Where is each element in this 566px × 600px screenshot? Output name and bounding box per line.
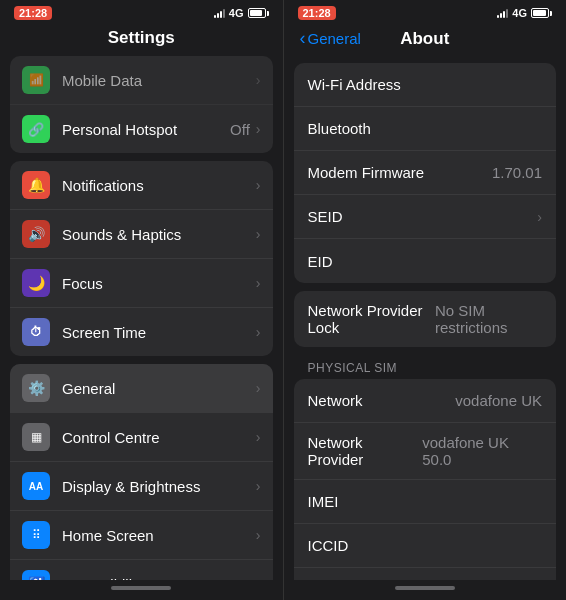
physical-sim-header: PHYSICAL SIM <box>284 355 567 379</box>
physical-sim-section: PHYSICAL SIM Network vodafone UK Network… <box>284 355 567 580</box>
screen-time-icon: ⏱ <box>22 318 50 346</box>
back-button[interactable]: ‹ General <box>300 28 361 49</box>
display-brightness-chevron: › <box>256 478 261 494</box>
status-bar-right: 21:28 4G <box>284 0 567 24</box>
personal-hotspot-value: Off <box>230 121 250 138</box>
home-screen-row[interactable]: ⠿ Home Screen › <box>10 511 273 560</box>
settings-header: Settings <box>0 24 283 56</box>
wifi-address-row[interactable]: Wi-Fi Address <box>294 63 557 107</box>
status-time-right: 21:28 <box>298 6 336 20</box>
personal-hotspot-label: Personal Hotspot <box>62 121 230 138</box>
status-bar-left: 21:28 4G <box>0 0 283 24</box>
network-provider-lock-label: Network Provider Lock <box>308 302 435 336</box>
modem-firmware-row[interactable]: Modem Firmware 1.70.01 <box>294 151 557 195</box>
control-centre-row[interactable]: ▦ Control Centre › <box>10 413 273 462</box>
status-time-left: 21:28 <box>14 6 52 20</box>
wifi-address-label: Wi-Fi Address <box>308 76 401 93</box>
seid-label: SEID <box>308 208 343 225</box>
sounds-haptics-label: Sounds & Haptics <box>62 226 256 243</box>
status-icons-left: 4G <box>214 7 269 19</box>
bluetooth-label: Bluetooth <box>308 120 371 137</box>
about-title: About <box>400 29 449 49</box>
seid-row[interactable]: SEID › <box>294 195 557 239</box>
general-chevron: › <box>256 380 261 396</box>
accessibility-row[interactable]: ♿ Accessibility › <box>10 560 273 580</box>
display-brightness-row[interactable]: AA Display & Brightness › <box>10 462 273 511</box>
focus-label: Focus <box>62 275 256 292</box>
network-type-left: 4G <box>229 7 244 19</box>
network-value: vodafone UK <box>455 392 542 409</box>
battery-icon-left <box>248 8 269 18</box>
personal-hotspot-chevron: › <box>256 121 261 137</box>
notifications-label: Notifications <box>62 177 256 194</box>
network-provider-label: Network Provider <box>308 434 423 468</box>
mobile-data-row[interactable]: 📶 Mobile Data › <box>10 56 273 105</box>
display-brightness-label: Display & Brightness <box>62 478 256 495</box>
settings-scroll[interactable]: 📶 Mobile Data › 🔗 Personal Hotspot Off ›… <box>0 56 283 580</box>
mobile-data-group: 📶 Mobile Data › 🔗 Personal Hotspot Off › <box>10 56 273 153</box>
network-label: Network <box>308 392 363 409</box>
iccid-row[interactable]: ICCID <box>294 524 557 568</box>
sounds-haptics-row[interactable]: 🔊 Sounds & Haptics › <box>10 210 273 259</box>
notifications-row[interactable]: 🔔 Notifications › <box>10 161 273 210</box>
home-screen-label: Home Screen <box>62 527 256 544</box>
general-row[interactable]: ⚙️ General › <box>10 364 273 413</box>
home-indicator-right <box>284 580 567 600</box>
right-panel: 21:28 4G ‹ General About Wi-Fi Address <box>283 0 567 600</box>
about-scroll[interactable]: Wi-Fi Address Bluetooth Modem Firmware 1… <box>284 57 567 580</box>
control-centre-chevron: › <box>256 429 261 445</box>
focus-chevron: › <box>256 275 261 291</box>
home-screen-icon: ⠿ <box>22 521 50 549</box>
seid-chevron: › <box>537 209 542 225</box>
mobile-data-label: Mobile Data <box>62 72 256 89</box>
display-brightness-icon: AA <box>22 472 50 500</box>
home-indicator-left <box>0 580 283 600</box>
battery-icon-right <box>531 8 552 18</box>
screen-time-label: Screen Time <box>62 324 256 341</box>
modem-firmware-value: 1.70.01 <box>492 164 542 181</box>
network-provider-row[interactable]: Network Provider vodafone UK 50.0 <box>294 423 557 480</box>
meid-row[interactable]: MEID <box>294 568 557 580</box>
mobile-data-chevron: › <box>256 72 261 88</box>
settings-title: Settings <box>16 28 267 48</box>
status-icons-right: 4G <box>497 7 552 19</box>
physical-sim-group: Network vodafone UK Network Provider vod… <box>294 379 557 580</box>
network-provider-lock-value: No SIM restrictions <box>435 302 542 336</box>
iccid-label: ICCID <box>308 537 349 554</box>
personal-hotspot-icon: 🔗 <box>22 115 50 143</box>
mobile-data-icon: 📶 <box>22 66 50 94</box>
screen-time-row[interactable]: ⏱ Screen Time › <box>10 308 273 356</box>
bluetooth-row[interactable]: Bluetooth <box>294 107 557 151</box>
about-header: ‹ General About <box>284 24 567 57</box>
network-provider-value: vodafone UK 50.0 <box>422 434 542 468</box>
eid-label: EID <box>308 253 333 270</box>
general-group: ⚙️ General › ▦ Control Centre › AA Displ… <box>10 364 273 580</box>
eid-row[interactable]: EID <box>294 239 557 283</box>
network-provider-lock-row[interactable]: Network Provider Lock No SIM restriction… <box>294 291 557 347</box>
network-type-right: 4G <box>512 7 527 19</box>
left-panel: 21:28 4G Settings 📶 Mobile Data › <box>0 0 283 600</box>
network-row[interactable]: Network vodafone UK <box>294 379 557 423</box>
control-centre-label: Control Centre <box>62 429 256 446</box>
signal-icon <box>214 8 225 18</box>
sounds-haptics-chevron: › <box>256 226 261 242</box>
focus-icon: 🌙 <box>22 269 50 297</box>
about-group-1: Wi-Fi Address Bluetooth Modem Firmware 1… <box>294 63 557 283</box>
about-group-2: Network Provider Lock No SIM restriction… <box>294 291 557 347</box>
control-centre-icon: ▦ <box>22 423 50 451</box>
signal-icon-right <box>497 8 508 18</box>
personal-hotspot-row[interactable]: 🔗 Personal Hotspot Off › <box>10 105 273 153</box>
back-label: General <box>308 30 361 47</box>
general-label: General <box>62 380 256 397</box>
notifications-group: 🔔 Notifications › 🔊 Sounds & Haptics › 🌙… <box>10 161 273 356</box>
imei-row[interactable]: IMEI <box>294 480 557 524</box>
focus-row[interactable]: 🌙 Focus › <box>10 259 273 308</box>
sounds-haptics-icon: 🔊 <box>22 220 50 248</box>
screen-time-chevron: › <box>256 324 261 340</box>
home-screen-chevron: › <box>256 527 261 543</box>
modem-firmware-label: Modem Firmware <box>308 164 425 181</box>
accessibility-icon: ♿ <box>22 570 50 580</box>
back-chevron-icon: ‹ <box>300 28 306 49</box>
notifications-icon: 🔔 <box>22 171 50 199</box>
general-icon: ⚙️ <box>22 374 50 402</box>
